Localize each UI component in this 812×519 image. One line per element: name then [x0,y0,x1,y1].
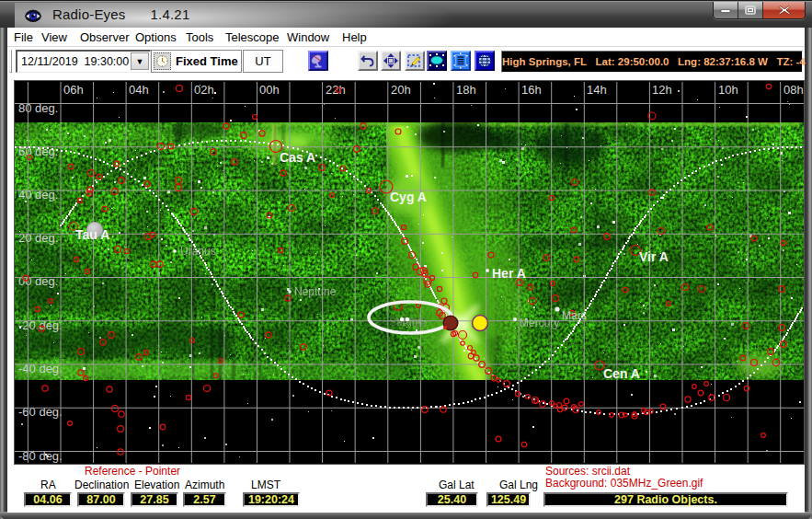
svg-text:Neptune: Neptune [294,285,337,298]
svg-text:Cas A: Cas A [280,150,315,165]
svg-text:14h: 14h [587,83,607,97]
svg-text:02h: 02h [194,83,214,97]
svg-text:Mars: Mars [562,309,587,322]
svg-text:-60 deg.: -60 deg. [18,405,63,419]
svg-text:40 deg.: 40 deg. [18,188,58,202]
svg-text:20h: 20h [391,83,411,97]
svg-text:18h: 18h [456,83,476,97]
svg-text:16h: 16h [521,83,542,97]
svg-text:Her A: Her A [492,266,526,281]
svg-text:06h: 06h [63,83,84,97]
svg-text:00h: 00h [259,83,280,97]
svg-text:12h: 12h [652,83,672,97]
svg-text:Tau A: Tau A [75,227,109,242]
svg-text:Cyg A: Cyg A [390,190,427,204]
svg-text:-40 deg.: -40 deg. [18,362,63,375]
svg-text:04h: 04h [129,83,149,97]
svg-text:20 deg.: 20 deg. [18,231,58,245]
svg-text:Cen A: Cen A [603,366,640,381]
svg-text:10h: 10h [718,83,738,97]
svg-text:Vir A: Vir A [639,249,669,264]
svg-text:Uranus: Uranus [180,245,216,258]
svg-text:Mercury: Mercury [520,317,559,329]
svg-text:08h: 08h [783,83,804,97]
